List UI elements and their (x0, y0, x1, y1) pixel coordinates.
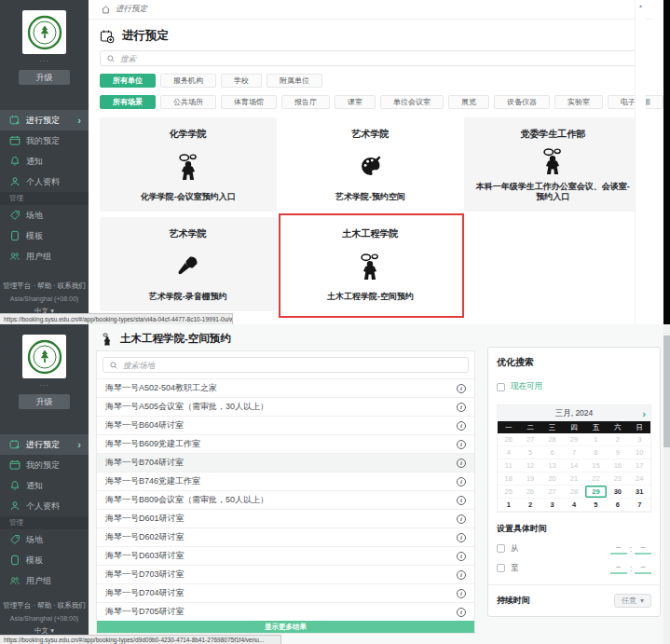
calendar-day[interactable]: 8 (585, 446, 607, 459)
time-from-checkbox[interactable] (497, 544, 505, 553)
calendar-day[interactable]: 19 (519, 473, 540, 486)
calendar-day[interactable]: 2 (519, 499, 540, 512)
scene-filter-chip[interactable]: 展览 (448, 95, 489, 109)
language-selector[interactable]: 中文 ▾ (0, 627, 89, 635)
room-list-item[interactable]: 海琴一号D601研讨室 i (97, 509, 474, 528)
info-icon[interactable]: i (457, 570, 466, 580)
calendar-day[interactable]: 24 (629, 473, 650, 486)
info-icon[interactable]: i (457, 421, 466, 431)
info-icon[interactable]: i (457, 459, 466, 468)
calendar-day[interactable]: 27 (541, 486, 563, 499)
space-search-input[interactable] (123, 361, 462, 370)
info-icon[interactable]: i (457, 608, 466, 617)
scroll-up-arrow-icon[interactable]: ▲ (636, 3, 646, 8)
sidebar-item-my-bookings[interactable]: 我的预定 (0, 130, 89, 151)
calendar-day[interactable]: 1 (498, 499, 519, 512)
scrollbar-thumb[interactable] (663, 336, 670, 447)
scrollbar[interactable] (663, 324, 670, 644)
calendar-day[interactable]: 29 (585, 486, 607, 499)
calendar-day[interactable]: 17 (629, 459, 650, 473)
info-icon[interactable]: i (457, 440, 466, 449)
info-icon[interactable]: i (457, 514, 466, 524)
sidebar-item-templates[interactable]: 模板 (0, 550, 89, 570)
room-list-item[interactable]: 海琴一号D703研讨室 i (97, 565, 474, 583)
calendar-day[interactable]: 5 (585, 499, 607, 512)
calendar-day[interactable]: 26 (519, 486, 540, 499)
calendar-day[interactable]: 16 (607, 459, 628, 473)
calendar-day[interactable]: 10 (629, 446, 650, 459)
venue-card-chemistry[interactable]: 化学学院 化学学院-会议室预约入口 (100, 117, 277, 212)
minute-input[interactable]: – (635, 542, 651, 555)
unit-filter-chip[interactable]: 学校 (221, 74, 262, 88)
calendar-day[interactable]: 7 (629, 499, 650, 512)
calendar-day[interactable]: 7 (563, 446, 584, 459)
calendar-day[interactable]: 2 (607, 433, 628, 446)
next-month-icon[interactable]: › (642, 405, 646, 421)
sidebar-item-templates[interactable]: 模板 (0, 226, 89, 246)
calendar-day[interactable]: 13 (541, 459, 563, 473)
room-list-item[interactable]: 海琴一号D704研讨室 i (97, 583, 474, 602)
sidebar-item-venues[interactable]: 场地 (0, 529, 89, 550)
calendar-day[interactable]: 28 (541, 433, 563, 446)
calendar-day[interactable]: 31 (629, 486, 650, 499)
room-list-item[interactable]: 海琴一号A502-504教职工之家 i (97, 378, 474, 397)
room-list-item[interactable]: 海琴一号B746党建工作室 i (97, 472, 474, 490)
calendar-day[interactable]: 23 (607, 473, 628, 486)
room-list-item[interactable]: 海琴一号B604研讨室 i (97, 416, 474, 434)
calendar-day[interactable]: 6 (541, 446, 563, 459)
sidebar-item-my-bookings[interactable]: 我的预定 (0, 455, 89, 475)
venue-card-art-space[interactable]: 艺术学院 艺术学院-预约空间 (282, 117, 459, 212)
sidebar-footer-links[interactable]: 管理平台 · 帮助 · 联系我们 (0, 602, 89, 610)
calendar-day[interactable]: 22 (585, 473, 607, 486)
minute-input[interactable]: – (635, 562, 651, 574)
show-more-results-button[interactable]: 显示更多结果 (97, 621, 474, 633)
sidebar-item-notifications[interactable]: 通知 (0, 151, 89, 171)
sidebar-item-user-groups[interactable]: 用户组 (0, 246, 89, 267)
calendar-day[interactable]: 12 (519, 459, 540, 473)
sidebar-footer-links[interactable]: 管理平台 · 帮助 · 联系我们 (0, 282, 89, 290)
upgrade-button[interactable]: 升级 (19, 70, 70, 85)
calendar-day[interactable]: 1 (585, 433, 607, 446)
hour-input[interactable]: – (610, 562, 627, 574)
calendar-day[interactable]: 9 (607, 446, 628, 459)
calendar-day[interactable]: 21 (563, 473, 584, 486)
scene-filter-chip[interactable]: 报告厅 (281, 95, 330, 109)
room-list-item[interactable]: 海琴一号D705研讨室 i (97, 602, 474, 621)
room-list-item[interactable]: 海琴一号D602研讨室 i (97, 528, 474, 546)
calendar-day[interactable]: 3 (541, 499, 563, 512)
calendar-day[interactable]: 30 (607, 486, 628, 499)
room-list-item[interactable]: 海琴一号B809会议室（需审批，50人以上） i (97, 490, 474, 509)
sidebar-item-scheduler[interactable]: 进行预定 › (0, 434, 89, 455)
hour-input[interactable]: – (610, 542, 627, 555)
venue-card-art-studio[interactable]: 艺术学院 艺术学院-录音棚预约 (100, 217, 277, 311)
sidebar-item-profile[interactable]: 个人资料 (0, 171, 89, 192)
calendar-day[interactable]: 28 (563, 486, 584, 499)
scene-filter-chip[interactable]: 实验室 (554, 95, 603, 109)
scene-filter-chip[interactable]: 所有场景 (100, 95, 156, 109)
info-icon[interactable]: i (457, 384, 466, 393)
calendar-day[interactable]: 4 (498, 446, 519, 459)
calendar-day[interactable]: 11 (498, 459, 519, 473)
venue-card-student-affairs[interactable]: 党委学生工作部 本科一年级学生工作办公室会议、会谈室-预约入口 (464, 117, 641, 212)
venue-card-civil-engineering[interactable]: 土木工程学院 土木工程学院-空间预约 (282, 217, 459, 311)
unit-filter-chip[interactable]: 所有单位 (100, 74, 156, 88)
calendar-day[interactable]: 3 (629, 433, 650, 446)
info-icon[interactable]: i (457, 403, 466, 412)
room-list-item[interactable]: 海琴一号D603研讨室 i (97, 546, 474, 565)
info-icon[interactable]: i (457, 477, 466, 486)
home-icon[interactable] (101, 5, 111, 15)
scene-filter-chip[interactable]: 公共场所 (160, 95, 216, 109)
available-now-checkbox[interactable] (497, 383, 505, 391)
calendar-day[interactable]: 5 (519, 446, 540, 459)
room-list-item[interactable]: 海琴一号A505会议室（需审批，30人以上） i (97, 397, 474, 416)
scene-filter-chip[interactable]: 课室 (335, 95, 376, 109)
info-icon[interactable]: i (457, 589, 466, 598)
sidebar-item-profile[interactable]: 个人资料 (0, 496, 89, 516)
calendar-day[interactable]: 15 (585, 459, 607, 473)
calendar-day[interactable]: 14 (563, 459, 584, 473)
scene-filter-chip[interactable]: 体育场馆 (221, 95, 277, 109)
scene-filter-chip[interactable]: 单位会议室 (380, 95, 444, 109)
room-list-item[interactable]: 海琴一号B609党建工作室 i (97, 434, 474, 453)
calendar-day[interactable]: 18 (498, 473, 519, 486)
sidebar-item-scheduler[interactable]: 进行预定 › (0, 110, 89, 130)
